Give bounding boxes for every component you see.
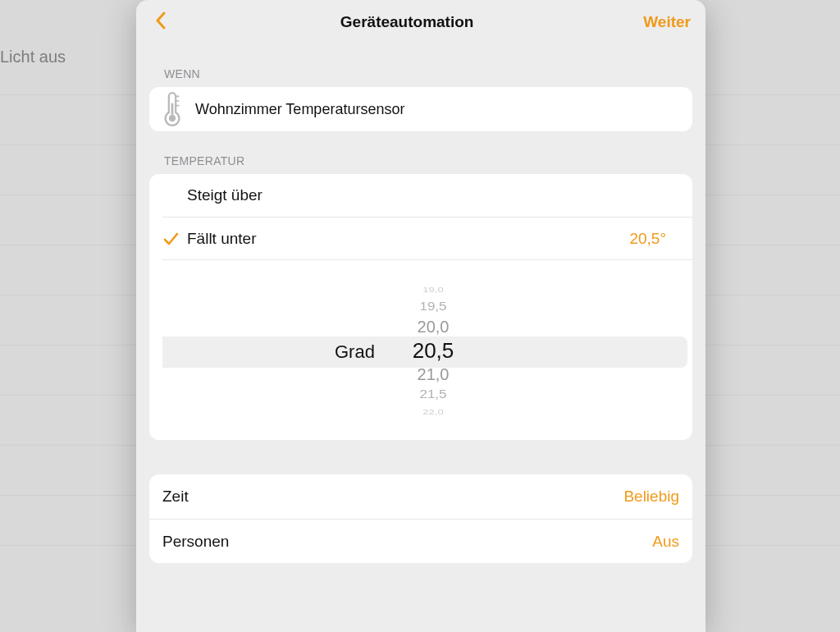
automation-sheet: Geräteautomation Weiter WENN Wohnzimmer …	[136, 0, 705, 632]
picker-unit-label: Grad	[335, 341, 375, 363]
option-label: Fällt unter	[187, 230, 629, 248]
extras-card: Zeit Beliebig Personen Aus	[149, 474, 692, 563]
picker-column[interactable]: 19,0 19,5 20,0 20,5 21,0 21,5 22,0	[400, 260, 466, 440]
time-value: Beliebig	[623, 488, 679, 506]
sheet-body: WENN Wohnzimmer Temperatursensor TEMPERA…	[136, 44, 705, 632]
temperatur-card: Steigt über Fällt unter 20,5° Grad 19,0 …	[149, 174, 692, 440]
sheet-header: Geräteautomation Weiter	[136, 0, 705, 44]
back-button[interactable]	[151, 12, 171, 32]
picker-value-selected: 20,5	[400, 340, 466, 361]
persons-value: Aus	[652, 533, 679, 551]
option-label: Steigt über	[187, 186, 679, 204]
thermometer-icon	[161, 95, 184, 123]
picker-value: 19,0	[400, 285, 466, 292]
temperature-picker[interactable]: Grad 19,0 19,5 20,0 20,5 21,0 21,5 22,0	[162, 259, 692, 440]
sensor-name: Wohnzimmer Temperatursensor	[195, 101, 404, 118]
persons-label: Personen	[162, 533, 229, 551]
checkmark-icon	[162, 231, 187, 247]
picker-value: 21,5	[400, 387, 466, 400]
sensor-card[interactable]: Wohnzimmer Temperatursensor	[149, 87, 692, 131]
picker-value: 20,0	[400, 318, 466, 335]
time-row[interactable]: Zeit Beliebig	[149, 474, 692, 519]
next-button[interactable]: Weiter	[643, 13, 691, 31]
wenn-section-label: WENN	[149, 44, 692, 87]
option-falls-below[interactable]: Fällt unter 20,5°	[162, 217, 692, 259]
svg-point-3	[169, 115, 176, 121]
option-rises-above[interactable]: Steigt über	[149, 174, 692, 217]
picker-value: 21,0	[400, 366, 466, 382]
time-label: Zeit	[162, 488, 189, 506]
chevron-left-icon	[155, 11, 167, 33]
option-selected-value: 20,5°	[629, 230, 666, 248]
picker-value: 22,0	[400, 407, 466, 414]
background-sidebar-text: Licht aus	[0, 48, 66, 66]
temperatur-section-label: TEMPERATUR	[149, 131, 692, 174]
picker-value: 19,5	[400, 300, 466, 312]
persons-row[interactable]: Personen Aus	[149, 519, 692, 563]
sheet-title: Geräteautomation	[340, 13, 474, 31]
